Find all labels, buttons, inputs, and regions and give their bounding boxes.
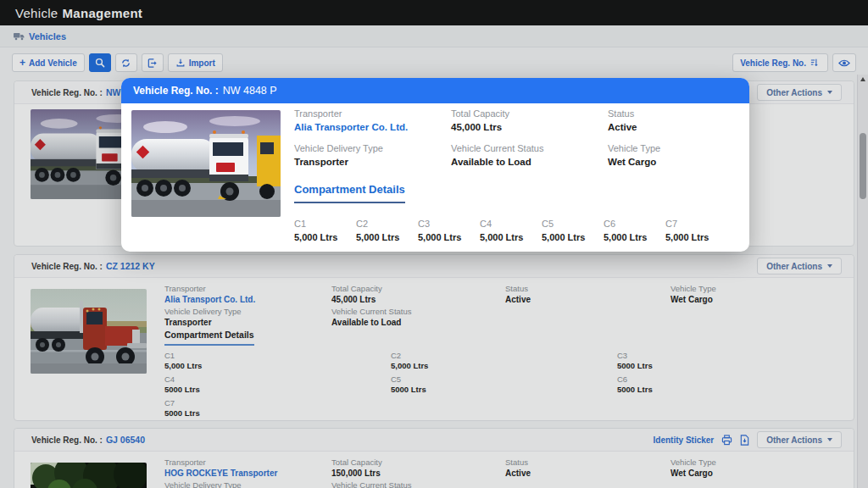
compartment-item: C5 5,000 Ltrs [542,219,604,242]
modal-title-value: NW 4848 P [223,85,277,97]
vehicle-management-screen: Vehicle Management Vehicles + Add Vehicl… [0,0,868,488]
compartment-value: 5,000 Ltrs [604,232,665,242]
compartment-details-heading[interactable]: Compartment Details [294,183,405,203]
compartment-name: C5 [542,219,604,229]
field-label: Transporter [294,108,408,119]
compartment-grid: C1 5,000 Ltrs C2 5,000 Ltrs C3 5,000 Ltr… [294,219,727,242]
modal-title-label: Vehicle Reg. No. : [133,85,219,97]
field-status: Status Active [608,108,637,132]
field-label: Status [608,108,637,119]
modal-body: Transporter Alia Transporter Co. Ltd. Ve… [121,103,749,252]
modal-header: Vehicle Reg. No. : NW 4848 P [121,78,749,103]
compartment-item: C6 5,000 Ltrs [604,219,665,242]
compartment-value: 5,000 Ltrs [480,232,542,242]
field-value: 45,000 Ltrs [451,122,509,132]
compartment-item: C3 5,000 Ltrs [418,219,480,242]
compartment-name: C3 [418,219,480,229]
transporter-link[interactable]: Alia Transporter Co. Ltd. [294,122,408,132]
field-label: Vehicle Delivery Type [294,143,383,153]
field-label: Total Capacity [451,108,509,119]
compartment-item: C4 5,000 Ltrs [480,219,542,242]
compartment-name: C6 [604,219,665,229]
compartment-value: 5,000 Ltrs [418,232,480,242]
compartment-name: C7 [665,219,727,229]
field-value: Transporter [294,157,383,167]
compartment-value: 5,000 Ltrs [294,232,356,242]
status-value: Active [608,122,637,132]
compartment-item: C7 5,000 Ltrs [665,219,727,242]
vehicle-photo [131,110,281,217]
vehicle-detail-modal: Vehicle Reg. No. : NW 4848 P [121,78,749,252]
compartment-value: 5,000 Ltrs [356,232,418,242]
field-label: Vehicle Current Status [451,143,543,153]
compartment-name: C1 [294,219,356,229]
compartment-value: 5,000 Ltrs [542,232,604,242]
compartment-value: 5,000 Ltrs [665,232,727,242]
field-current-status: Vehicle Current Status Available to Load [451,143,543,167]
field-total-capacity: Total Capacity 45,000 Ltrs [451,108,509,132]
compartment-name: C4 [480,219,542,229]
field-vehicle-type: Vehicle Type Wet Cargo [608,143,660,167]
compartment-name: C2 [356,219,418,229]
field-value: Wet Cargo [608,157,660,167]
field-value: Available to Load [451,157,543,167]
compartment-item: C1 5,000 Ltrs [294,219,356,242]
field-transporter: Transporter Alia Transporter Co. Ltd. [294,108,408,132]
field-label: Vehicle Type [608,143,660,153]
field-delivery-type: Vehicle Delivery Type Transporter [294,143,383,167]
compartment-item: C2 5,000 Ltrs [356,219,418,242]
